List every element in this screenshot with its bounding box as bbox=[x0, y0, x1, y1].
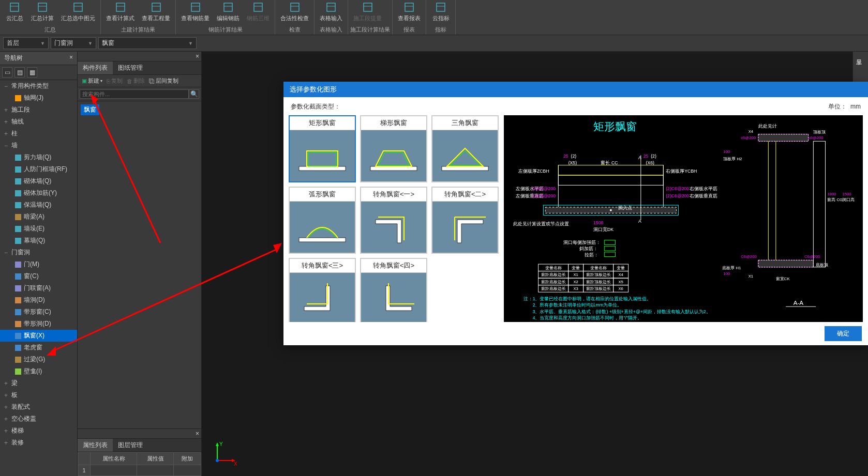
shape-card[interactable]: 矩形飘窗 bbox=[289, 115, 356, 182]
tree-item[interactable]: 壁龛(I) bbox=[0, 365, 77, 377]
shape-card[interactable]: 弧形飘窗 bbox=[289, 187, 356, 254]
ribbon-button[interactable]: 云汇总 bbox=[2, 0, 27, 23]
tree-item[interactable]: −常用构件类型 bbox=[0, 80, 77, 92]
tree-item[interactable]: 过梁(G) bbox=[0, 354, 77, 365]
tree-item[interactable]: +轴线 bbox=[0, 116, 77, 128]
tree-item[interactable]: 砌体加筋(Y) bbox=[0, 187, 77, 199]
close-icon[interactable]: × bbox=[196, 430, 199, 437]
ok-button[interactable]: 确定 bbox=[825, 326, 862, 341]
tree-item[interactable]: 窗(C) bbox=[0, 270, 77, 282]
tree-item-label: 剪力墙(Q) bbox=[24, 153, 51, 162]
nav-tool-2[interactable]: ▤ bbox=[14, 67, 25, 78]
svg-rect-100 bbox=[604, 240, 615, 245]
tree-item[interactable]: 幕墙(Q) bbox=[0, 235, 77, 247]
tree-item[interactable]: +楼梯 bbox=[0, 425, 77, 437]
shape-card[interactable]: 转角飘窗<二> bbox=[431, 187, 499, 254]
toggle-icon: + bbox=[4, 416, 9, 423]
tree-item[interactable]: 门联窗(A) bbox=[0, 282, 77, 294]
svg-rect-26 bbox=[15, 95, 21, 101]
window-icon bbox=[14, 309, 22, 316]
close-icon[interactable]: × bbox=[69, 54, 73, 63]
close-icon[interactable]: × bbox=[196, 53, 199, 60]
tree-item-label: 人防门框墙(RF) bbox=[24, 165, 67, 174]
search-input[interactable] bbox=[80, 89, 189, 99]
shape-card[interactable]: 梯形飘窗 bbox=[360, 115, 427, 182]
ribbon-button[interactable]: 汇总计算 bbox=[28, 0, 57, 23]
tree-item[interactable]: −门窗洞 bbox=[0, 247, 77, 258]
layers-icon: ⿻ bbox=[149, 78, 155, 84]
tab-component-list[interactable]: 构件列表 bbox=[78, 62, 113, 74]
tree-item[interactable]: 墙洞(D) bbox=[0, 294, 77, 306]
floor-selector[interactable]: 首层▼ bbox=[3, 37, 49, 49]
component-panel: × 构件列表 图纸管理 ▣ 新建 ▾ ⎘ 复制 🗑 删除 ⿻ 层间复制 🔍 飘窗… bbox=[78, 52, 202, 476]
svg-text:X4: X4 bbox=[618, 272, 623, 277]
ribbon-button[interactable]: 查看钢筋量 bbox=[178, 0, 213, 23]
tree-item[interactable]: 暗梁(A) bbox=[0, 211, 77, 223]
tree-item[interactable]: +装配式 bbox=[0, 401, 77, 413]
component-item[interactable]: 飘窗 bbox=[81, 104, 99, 115]
ribbon-button[interactable]: 云指标 bbox=[428, 0, 453, 23]
ribbon-button[interactable]: 汇总选中图元 bbox=[58, 0, 98, 23]
tree-item[interactable]: +装修 bbox=[0, 437, 77, 449]
tree-item[interactable]: 飘窗(X) bbox=[0, 330, 77, 342]
tree-item[interactable]: +柱 bbox=[0, 128, 77, 140]
shape-grid: 矩形飘窗梯形飘窗三角飘窗弧形飘窗转角飘窗<一>转角飘窗<二>转角飘窗<三>转角飘… bbox=[289, 115, 499, 322]
ribbon-button[interactable]: 施工段提量 bbox=[350, 0, 385, 23]
tree-item[interactable]: 轴网(J) bbox=[0, 92, 77, 104]
nav-tool-1[interactable]: ▭ bbox=[2, 67, 12, 78]
ribbon-button[interactable]: 表格输入 bbox=[317, 0, 346, 23]
svg-rect-57 bbox=[299, 166, 346, 171]
copy-button[interactable]: ⎘ 复制 bbox=[107, 77, 123, 85]
shape-card[interactable]: 转角飘窗<四> bbox=[360, 258, 427, 322]
tree-item[interactable]: +板 bbox=[0, 389, 77, 401]
tab-layer-manage[interactable]: 图层管理 bbox=[113, 439, 148, 452]
ribbon-button[interactable]: 查看计算式 bbox=[103, 0, 138, 23]
tree-item[interactable]: 剪力墙(Q) bbox=[0, 151, 77, 163]
svg-text:A-A: A-A bbox=[794, 299, 804, 306]
table-row[interactable]: 1 bbox=[78, 465, 201, 476]
tree-item[interactable]: 老虎窗 bbox=[0, 342, 77, 354]
floor-copy-button[interactable]: ⿻ 层间复制 bbox=[149, 77, 178, 85]
shape-card[interactable]: 三角飘窗 bbox=[431, 115, 499, 182]
tree-item-label: 幕墙(Q) bbox=[24, 236, 45, 245]
tab-drawing-manage[interactable]: 图纸管理 bbox=[113, 62, 148, 74]
shape-card[interactable]: 转角飘窗<一> bbox=[360, 187, 427, 254]
svg-text:窗距底板边长: 窗距底板边长 bbox=[541, 272, 566, 277]
svg-rect-10 bbox=[191, 3, 200, 11]
ribbon-button[interactable]: 合法性检查 bbox=[277, 0, 312, 23]
tree-item[interactable]: 带形窗(C) bbox=[0, 306, 77, 318]
shape-preview bbox=[290, 202, 355, 253]
component-list: 飘窗 bbox=[78, 101, 201, 428]
ribbon-button[interactable]: 查看工程量 bbox=[139, 0, 173, 23]
tree-item[interactable]: +空心楼盖 bbox=[0, 413, 77, 425]
delete-icon: 🗑 bbox=[127, 78, 132, 84]
nav-tool-3[interactable]: ▦ bbox=[27, 67, 37, 78]
ribbon-button[interactable]: 查看报表 bbox=[395, 0, 424, 23]
category-selector[interactable]: 门窗洞▼ bbox=[51, 37, 96, 49]
tree-item[interactable]: 带形洞(D) bbox=[0, 318, 77, 330]
tree-item[interactable]: 门(M) bbox=[0, 258, 77, 270]
view-icon bbox=[114, 1, 127, 13]
component-selector[interactable]: 飘窗▼ bbox=[98, 37, 197, 49]
ribbon-button[interactable]: 编辑钢筋 bbox=[214, 0, 243, 23]
tree-item[interactable]: 墙垛(E) bbox=[0, 223, 77, 235]
tab-property-list[interactable]: 属性列表 bbox=[78, 439, 113, 452]
delete-button[interactable]: 🗑 删除 bbox=[127, 77, 145, 85]
svg-text:顶板厚 H2: 顶板厚 H2 bbox=[723, 157, 742, 161]
tree-item[interactable]: +梁 bbox=[0, 377, 77, 389]
view-icon bbox=[150, 1, 162, 13]
tree-item[interactable]: 人防门框墙(RF) bbox=[0, 163, 77, 175]
tree-item[interactable]: 保温墙(Q) bbox=[0, 199, 77, 211]
show-settings-label[interactable]: 显示 bbox=[853, 52, 865, 58]
new-button[interactable]: ▣ 新建 ▾ bbox=[82, 77, 102, 85]
hole-icon bbox=[14, 320, 22, 328]
tree-item[interactable]: −墙 bbox=[0, 140, 77, 151]
ribbon-button[interactable]: 钢筋三维 bbox=[244, 0, 273, 23]
tree-item[interactable]: +施工段 bbox=[0, 104, 77, 116]
modal-title: 选择参数化图形 bbox=[283, 82, 868, 97]
svg-text:4、当宽度和高度方向洞口加强筋不同时，用"/"隔开。: 4、当宽度和高度方向洞口加强筋不同时，用"/"隔开。 bbox=[523, 315, 642, 320]
shape-card[interactable]: 转角飘窗<三> bbox=[289, 258, 356, 322]
tree-item[interactable]: 砌体墙(Q) bbox=[0, 175, 77, 187]
wall-icon bbox=[14, 178, 22, 185]
search-button[interactable]: 🔍 bbox=[189, 89, 199, 99]
